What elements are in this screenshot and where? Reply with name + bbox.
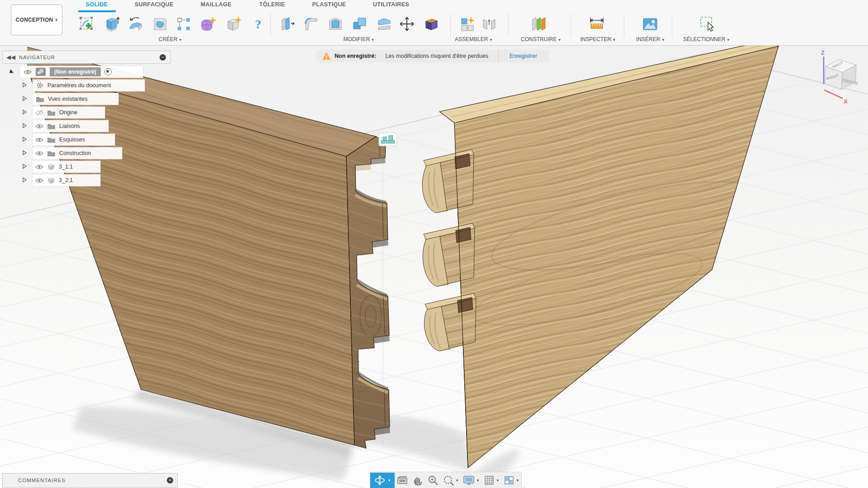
body-icon — [47, 177, 55, 184]
eye-icon[interactable] — [35, 137, 43, 143]
chevron-down-icon: ▼ — [476, 479, 480, 483]
press-pull-icon[interactable] — [277, 12, 298, 36]
chevron-down-icon: ▼ — [496, 479, 500, 483]
tab-tolerie[interactable]: TÔLERIE — [259, 1, 285, 8]
eye-icon[interactable] — [24, 69, 32, 75]
body-icon — [47, 164, 55, 170]
hole-icon[interactable] — [149, 12, 171, 36]
component-icon — [36, 68, 46, 76]
tree-row-root[interactable]: (Non enregistré) — [20, 66, 143, 78]
comments-expand-button[interactable]: + — [167, 477, 173, 483]
help-icon[interactable]: ? — [248, 12, 269, 36]
viewcube[interactable]: Z X HAUT AVANT DROITE — [800, 43, 868, 113]
navigator-minimize-button[interactable]: − — [160, 54, 166, 61]
zoom-button[interactable] — [425, 473, 441, 488]
shell-icon[interactable] — [325, 12, 346, 36]
create-sketch-icon[interactable] — [76, 12, 98, 36]
expand-arrow-icon[interactable] — [22, 164, 27, 169]
main-toolbar: CONCEPTION▾ SOLIDE SURFACIQUE MAILLAGE T… — [0, 0, 868, 46]
toolbar-separator — [450, 14, 451, 37]
zoom-window-button[interactable]: ▼ — [441, 473, 461, 488]
new-component-icon[interactable] — [457, 12, 478, 36]
orbit-button[interactable]: ▼ — [370, 473, 395, 488]
physical-material-icon[interactable] — [420, 12, 442, 36]
insert-image-icon[interactable] — [639, 12, 661, 36]
fillet-icon[interactable] — [300, 12, 322, 36]
select-window-icon[interactable] — [696, 12, 718, 36]
tree-row-liaisons[interactable]: Liaisons — [33, 120, 108, 132]
group-label-selectionner[interactable]: SÉLECTIONNER — [683, 36, 729, 42]
collapse-panel-icon[interactable]: ◀◀ — [6, 54, 15, 61]
toolbar-separator — [508, 14, 509, 37]
navigator-title: NAVIGATEUR — [19, 55, 55, 60]
group-label-inserer[interactable]: INSÉRER — [636, 36, 664, 42]
combine-icon[interactable] — [349, 12, 371, 36]
fusion360-window: Z X HAUT AVANT DROITE CONCEPTION▾ SOLIDE… — [0, 0, 868, 488]
tree-item-label: 3_2:1 — [59, 177, 73, 183]
tree-root-label: (Non enregistré) — [50, 67, 101, 76]
tree-row-body-3-1[interactable]: 3_1:1 — [33, 161, 100, 173]
extrude-icon[interactable] — [100, 12, 122, 36]
grid-snap-button[interactable]: ▼ — [481, 473, 501, 488]
workspace-mode-button[interactable]: CONCEPTION▾ — [11, 5, 62, 35]
revolve-icon[interactable] — [125, 12, 146, 36]
tree-row-esquisses[interactable]: Esquisses — [33, 134, 115, 145]
pan-button[interactable] — [410, 473, 425, 488]
group-label-modifier[interactable]: MODIFIER — [343, 36, 373, 42]
display-settings-button[interactable]: ▼ — [461, 473, 481, 488]
eye-icon[interactable] — [35, 123, 43, 129]
split-body-icon[interactable] — [373, 12, 395, 36]
svg-text:?: ? — [255, 17, 261, 31]
folder-icon — [47, 123, 55, 129]
warning-icon — [322, 52, 331, 60]
expand-arrow-icon[interactable] — [22, 109, 27, 115]
joint-icon[interactable] — [478, 12, 500, 36]
viewports-button[interactable]: ▼ — [501, 473, 521, 488]
construction-plane-icon[interactable] — [528, 12, 550, 36]
folder-icon — [47, 137, 55, 143]
tree-row-construction[interactable]: Construction — [33, 147, 122, 159]
group-label-construire[interactable]: CONSTRUIRE — [521, 36, 561, 42]
activate-component-radio[interactable] — [104, 68, 112, 75]
tree-item-label: Paramètres du document — [47, 82, 111, 89]
look-at-button[interactable] — [395, 473, 410, 488]
create-form-icon[interactable] — [197, 12, 219, 36]
tree-item-label: Construction — [59, 150, 91, 156]
tab-maillage[interactable]: MAILLAGE — [201, 1, 231, 8]
tree-row-parametres[interactable]: Paramètres du document — [33, 80, 145, 91]
view-navigation-bar: ▼ ▼ ▼ ▼ ▼ — [370, 472, 522, 488]
expand-arrow-icon[interactable] — [9, 69, 14, 74]
expand-arrow-icon[interactable] — [22, 82, 27, 88]
tree-row-body-3-2[interactable]: 3_2:1 — [33, 174, 100, 186]
eye-icon[interactable] — [35, 150, 43, 156]
joint-origin-badge[interactable] — [379, 133, 397, 146]
tab-surfacique[interactable]: SURFACIQUE — [135, 1, 174, 8]
expand-arrow-icon[interactable] — [22, 177, 27, 183]
pattern-icon[interactable] — [173, 12, 194, 36]
tab-plastique[interactable]: PLASTIQUE — [312, 1, 346, 8]
measure-icon[interactable] — [586, 12, 608, 36]
toolbar-separator — [672, 14, 672, 37]
group-label-assembler[interactable]: ASSEMBLER — [455, 36, 492, 42]
tab-solide[interactable]: SOLIDE — [86, 1, 108, 8]
eye-icon[interactable] — [35, 164, 43, 170]
navigator-header: ◀◀ NAVIGATEUR − — [2, 51, 170, 64]
tree-row-vues[interactable]: Vues existantes — [33, 93, 118, 105]
expand-arrow-icon[interactable] — [22, 136, 27, 142]
eye-hidden-icon[interactable] — [35, 110, 43, 116]
group-label-inspecter[interactable]: INSPECTER — [580, 36, 615, 42]
expand-arrow-icon[interactable] — [22, 96, 27, 101]
expand-arrow-icon[interactable] — [22, 123, 27, 128]
expand-arrow-icon[interactable] — [22, 150, 27, 155]
tree-item-label: Esquisses — [59, 136, 85, 143]
base-feature-icon[interactable] — [222, 12, 244, 36]
tree-row-origine[interactable]: Origine — [33, 107, 105, 118]
group-label-creer[interactable]: CRÉER — [159, 36, 182, 42]
move-icon[interactable] — [396, 12, 418, 36]
eye-icon[interactable] — [35, 178, 43, 183]
tab-utilitaires[interactable]: UTILITAIRES — [373, 1, 410, 8]
save-button[interactable]: Enregistrer — [509, 53, 537, 59]
tree-item-label: Vues existantes — [48, 96, 88, 102]
comments-panel[interactable]: COMMENTAIRES + — [2, 473, 178, 488]
tree-item-label: 3_1:1 — [59, 164, 73, 170]
